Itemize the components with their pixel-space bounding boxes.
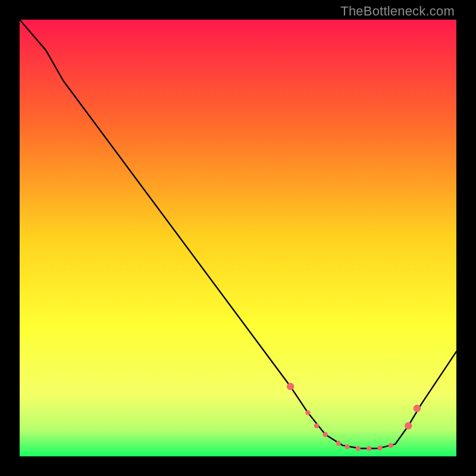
marker-dot	[377, 446, 382, 450]
marker-dot	[414, 405, 421, 412]
marker-dot	[356, 446, 361, 451]
marker-dot	[336, 441, 341, 446]
marker-dot	[314, 423, 319, 428]
marker-dot	[367, 446, 371, 451]
marker-dot	[305, 410, 310, 415]
chart-svg	[20, 20, 456, 456]
watermark-text: TheBottleneck.com	[340, 4, 455, 19]
marker-dot	[389, 443, 393, 447]
marker-dot	[405, 422, 412, 429]
marker-dot	[345, 444, 349, 449]
marker-dot	[323, 432, 328, 437]
chart-frame	[20, 20, 456, 456]
gradient-background	[20, 20, 456, 456]
marker-dot	[287, 383, 294, 390]
